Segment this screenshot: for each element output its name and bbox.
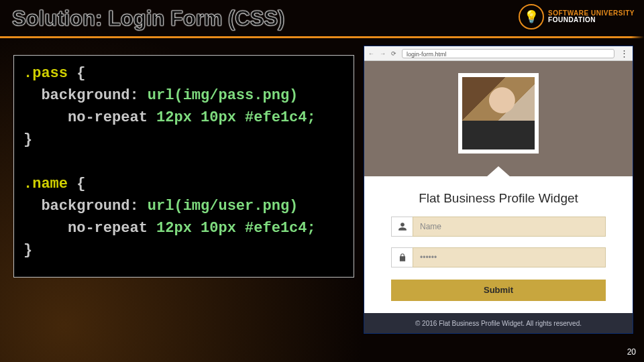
user-icon	[391, 217, 413, 237]
kebab-menu-icon[interactable]: ⋮	[620, 49, 629, 58]
lightbulb-icon: 💡	[519, 4, 544, 29]
brand-logo: 💡 SOFTWARE UNIVERSITY FOUNDATION	[519, 4, 635, 29]
lock-icon	[391, 247, 413, 267]
widget-title: Flat Business Profile Widget	[391, 191, 606, 206]
browser-mock: ← → ⟳ login-form.html ⋮ Flat Business Pr…	[364, 46, 633, 334]
avatar-image	[462, 77, 535, 149]
selector-name: .name	[23, 176, 68, 192]
pass-field-row: ••••••	[391, 247, 606, 267]
name-input[interactable]: Name	[413, 217, 606, 237]
css-code-block: .pass { background: url(img/pass.png) no…	[13, 55, 354, 278]
name-field-row: Name	[391, 217, 606, 237]
value-name-vals: 12px 10px #efe1c4;	[156, 220, 316, 237]
forward-icon[interactable]: →	[380, 50, 386, 57]
title-underline	[0, 36, 644, 38]
page-number: 20	[627, 347, 636, 357]
value-pass-url: url(img/pass.png)	[148, 87, 298, 104]
widget-footer: © 2016 Flat Business Profile Widget. All…	[364, 313, 633, 333]
caret-up-icon	[486, 166, 511, 177]
reload-icon[interactable]: ⟳	[391, 50, 396, 57]
address-bar[interactable]: login-form.html	[402, 49, 614, 58]
logo-line-2: FOUNDATION	[548, 17, 635, 24]
value-name-url: url(img/user.png)	[148, 198, 298, 215]
hero-panel	[364, 61, 633, 176]
back-icon[interactable]: ←	[368, 50, 374, 57]
widget-body: Flat Business Profile Widget Name ••••••…	[364, 176, 633, 312]
selector-pass: .pass	[23, 65, 68, 82]
slide-title: Solution: Login Form (CSS)	[12, 7, 284, 31]
submit-button[interactable]: Submit	[391, 280, 606, 301]
password-input[interactable]: ••••••	[413, 247, 606, 267]
value-pass-vals: 12px 10px #efe1c4;	[156, 109, 316, 126]
avatar	[458, 73, 539, 154]
browser-chrome-bar: ← → ⟳ login-form.html ⋮	[364, 46, 633, 61]
